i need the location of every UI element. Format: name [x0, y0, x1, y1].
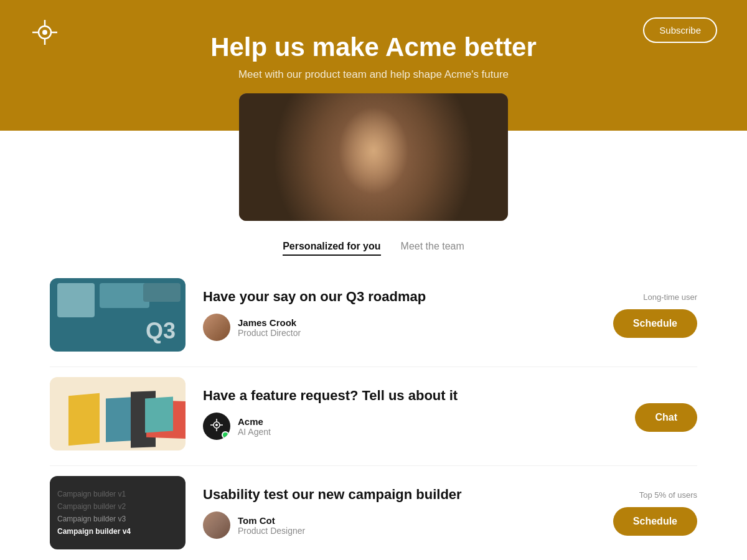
card-q3-roadmap: Q3 Have your say on our Q3 roadmap James… — [50, 273, 697, 357]
card-title-q3: Have your say on our Q3 roadmap — [203, 289, 596, 305]
online-indicator — [222, 431, 229, 439]
subscribe-button[interactable]: Subscribe — [643, 17, 717, 43]
card-image-feature — [50, 377, 186, 450]
card-person-campaign: Tom Cot Product Designer — [203, 511, 596, 539]
card-person-feature: Acme AI Agent — [203, 413, 618, 440]
card-title-campaign: Usability test our new campaign builder — [203, 487, 596, 503]
person-name-q3: James Crook — [238, 317, 301, 328]
card-badge-q3: Long-time user — [643, 292, 697, 302]
person-name-feature: Acme — [238, 416, 271, 427]
hero-subtitle: Meet with our product team and help shap… — [37, 68, 710, 81]
person-role-q3: Product Director — [238, 328, 301, 338]
box-yellow — [68, 393, 100, 446]
video-player[interactable] — [239, 93, 508, 221]
tab-meet-team[interactable]: Meet the team — [401, 241, 464, 256]
person-info-feature: Acme AI Agent — [238, 416, 271, 437]
card-content-q3: Have your say on our Q3 roadmap James Cr… — [203, 289, 596, 341]
video-thumbnail — [239, 93, 508, 221]
feature-3d-graphic — [50, 377, 186, 450]
card-title-feature: Have a feature request? Tell us about it — [203, 388, 618, 404]
card-right-q3: Long-time user Schedule — [613, 292, 697, 338]
card-feature-request: Have a feature request? Tell us about it — [50, 372, 697, 455]
person-name-campaign: Tom Cot — [238, 515, 305, 526]
person-role-campaign: Product Designer — [238, 526, 305, 536]
card-person-q3: James Crook Product Director — [203, 314, 596, 341]
campaign-line-2: Campaign builder v2 — [57, 502, 178, 511]
divider-1 — [50, 366, 697, 367]
q3-block-1 — [57, 283, 95, 317]
divider-2 — [50, 465, 697, 466]
q3-block-2 — [100, 283, 149, 308]
card-image-campaign: Campaign builder v1 Campaign builder v2 … — [50, 476, 186, 549]
video-face — [239, 93, 508, 221]
svg-point-5 — [42, 30, 47, 35]
person-info-campaign: Tom Cot Product Designer — [238, 515, 305, 536]
card-right-campaign: Top 5% of users Schedule — [613, 490, 697, 536]
person-info-q3: James Crook Product Director — [238, 317, 301, 338]
card-image-q3: Q3 — [50, 278, 186, 352]
schedule-button-q3[interactable]: Schedule — [613, 309, 697, 338]
box-teal2 — [145, 396, 173, 432]
q3-label: Q3 — [146, 318, 176, 344]
campaign-line-3: Campaign builder v3 — [57, 515, 178, 523]
avatar-james — [203, 314, 230, 341]
chat-button[interactable]: Chat — [635, 403, 697, 432]
card-content-campaign: Usability test our new campaign builder … — [203, 487, 596, 539]
tab-personalized[interactable]: Personalized for you — [283, 241, 380, 256]
subscribe-button-container: Subscribe — [643, 17, 717, 43]
hero-title: Help us make Acme better — [37, 32, 710, 62]
avatar-acme — [203, 413, 230, 440]
svg-point-11 — [215, 424, 218, 426]
cards-section: Q3 Have your say on our Q3 roadmap James… — [0, 273, 747, 560]
card-content-feature: Have a feature request? Tell us about it — [203, 388, 618, 440]
card-right-feature: Chat — [635, 396, 697, 432]
q3-block-3 — [143, 283, 181, 302]
avatar-tom — [203, 511, 230, 539]
campaign-line-4: Campaign builder v4 — [57, 527, 178, 536]
card-badge-campaign: Top 5% of users — [639, 490, 697, 500]
schedule-button-campaign[interactable]: Schedule — [613, 507, 697, 536]
logo — [30, 17, 60, 50]
tabs: Personalized for you Meet the team — [0, 241, 747, 256]
person-role-feature: AI Agent — [238, 427, 271, 437]
campaign-line-1: Campaign builder v1 — [57, 490, 178, 498]
card-campaign-builder: Campaign builder v1 Campaign builder v2 … — [50, 471, 697, 554]
video-container — [0, 93, 747, 221]
campaign-lines: Campaign builder v1 Campaign builder v2 … — [57, 483, 178, 536]
